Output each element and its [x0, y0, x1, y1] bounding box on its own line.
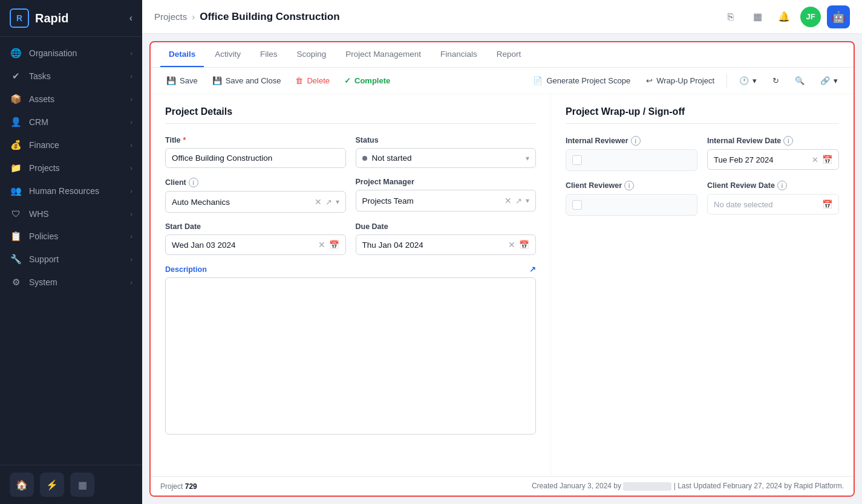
nav-chevron-assets: ›: [130, 95, 132, 103]
grid-view-icon[interactable]: ▦: [747, 7, 768, 27]
sidebar-item-system[interactable]: ⚙ System ›: [0, 271, 142, 294]
home-button[interactable]: 🏠: [10, 473, 34, 497]
pm-clear-icon[interactable]: ✕: [504, 196, 512, 205]
internal-reviewer-info-icon[interactable]: i: [631, 136, 641, 146]
sidebar-item-projects[interactable]: 📁 Projects ›: [0, 157, 142, 179]
complete-button[interactable]: ✓ Complete: [338, 73, 396, 89]
status-label: Status: [356, 136, 537, 144]
project-manager-select[interactable]: Projects Team ✕ ↗ ▾: [356, 190, 537, 212]
start-date-clear-icon[interactable]: ✕: [318, 240, 325, 250]
client-select[interactable]: Auto Mechanics ✕ ↗ ▾: [165, 191, 346, 213]
client-info-icon[interactable]: i: [189, 178, 198, 187]
form-grid: Title * Status Not started ▾: [165, 136, 536, 255]
grid-button[interactable]: ▦: [70, 473, 94, 497]
breadcrumb-separator: ›: [192, 11, 195, 22]
client-reviewer-field[interactable]: [566, 194, 697, 216]
internal-date-info-icon[interactable]: i: [783, 136, 793, 146]
save-icon: 💾: [166, 76, 176, 85]
client-reviewer-label: Client Reviewer i: [566, 181, 697, 190]
generate-scope-label: Generate Project Scope: [546, 76, 630, 85]
ai-assistant-button[interactable]: 🤖: [827, 5, 850, 28]
wrapup-icon: ↩: [646, 76, 653, 85]
due-date-calendar-icon[interactable]: 📅: [519, 240, 529, 250]
sidebar-item-finance[interactable]: 💰 Finance ›: [0, 134, 142, 157]
start-date-calendar-icon[interactable]: 📅: [329, 240, 339, 250]
internal-review-date-field[interactable]: Tue Feb 27 2024 ✕ 📅: [707, 149, 839, 170]
pm-chevron-icon[interactable]: ▾: [526, 196, 529, 205]
client-label: Client i: [165, 178, 346, 187]
start-date-field[interactable]: Wed Jan 03 2024 ✕ 📅: [165, 234, 346, 255]
save-close-label: Save and Close: [226, 76, 281, 85]
generate-scope-button[interactable]: 📄 Generate Project Scope: [527, 73, 636, 89]
client-link-icon[interactable]: ↗: [325, 198, 332, 207]
nav-icon-finance: 💰: [10, 140, 22, 150]
nav-label-tasks: Tasks: [29, 71, 123, 81]
nav-icon-assets: 📦: [10, 94, 22, 105]
toolbar-right: 📄 Generate Project Scope ↩ Wrap-Up Proje…: [527, 73, 844, 89]
save-button[interactable]: 💾 Save: [160, 73, 204, 89]
client-group: Client i Auto Mechanics ✕ ↗ ▾: [165, 178, 346, 213]
description-expand-icon[interactable]: ↗: [529, 265, 536, 274]
sidebar-item-assets[interactable]: 📦 Assets ›: [0, 88, 142, 111]
nav-icon-projects: 📁: [10, 163, 22, 173]
pm-link-icon[interactable]: ↗: [515, 196, 522, 205]
save-close-button[interactable]: 💾 Save and Close: [206, 73, 287, 89]
description-textarea[interactable]: [165, 277, 536, 435]
due-date-label: Due Date: [356, 222, 537, 231]
sidebar-item-whs[interactable]: 🛡 WHS ›: [0, 202, 142, 225]
refresh-button[interactable]: ↻: [766, 73, 785, 89]
sidebar-item-tasks[interactable]: ✔ Tasks ›: [0, 65, 142, 88]
client-reviewer-info-icon[interactable]: i: [624, 181, 634, 190]
due-date-group: Due Date Thu Jan 04 2024 ✕ 📅: [356, 222, 537, 255]
status-group: Status Not started ▾: [356, 136, 537, 168]
sidebar-logo[interactable]: R Rapid ‹: [0, 0, 142, 37]
refresh-icon: ↻: [772, 76, 779, 85]
sidebar-item-support[interactable]: 🔧 Support ›: [0, 248, 142, 271]
title-input[interactable]: [165, 148, 346, 168]
tab-details[interactable]: Details: [160, 42, 204, 67]
link-button[interactable]: 🔗 ▾: [814, 73, 844, 89]
delete-button[interactable]: 🗑 Delete: [289, 73, 336, 89]
bell-icon[interactable]: 🔔: [774, 7, 794, 27]
client-chevron-icon[interactable]: ▾: [336, 198, 339, 206]
updated-text: Last Updated February 27, 2024 by Rapid …: [678, 482, 844, 490]
nav-label-system: System: [29, 277, 123, 287]
due-date-field[interactable]: Thu Jan 04 2024 ✕ 📅: [356, 234, 537, 255]
tab-files[interactable]: Files: [252, 42, 286, 67]
graph-button[interactable]: ⚡: [40, 473, 64, 497]
nav-label-finance: Finance: [29, 140, 123, 150]
client-date-calendar-icon[interactable]: 📅: [822, 199, 832, 209]
tab-scoping[interactable]: Scoping: [289, 42, 335, 67]
tab-project-management[interactable]: Project Management: [337, 42, 429, 67]
client-clear-icon[interactable]: ✕: [315, 197, 322, 207]
client-date-info-icon[interactable]: i: [777, 181, 787, 190]
zoom-button[interactable]: 🔍: [789, 73, 811, 89]
client-reviewer-checkbox[interactable]: [572, 200, 582, 210]
due-date-clear-icon[interactable]: ✕: [508, 240, 515, 250]
tab-activity[interactable]: Activity: [206, 42, 249, 67]
internal-reviewer-checkbox[interactable]: [572, 155, 582, 165]
wrapup-button[interactable]: ↩ Wrap-Up Project: [640, 73, 720, 89]
title-label: Title *: [165, 136, 346, 144]
sidebar-collapse-button[interactable]: ‹: [129, 13, 132, 24]
internal-date-calendar-icon[interactable]: 📅: [822, 155, 832, 164]
tab-financials[interactable]: Financials: [432, 42, 486, 67]
internal-date-clear-icon[interactable]: ✕: [812, 155, 818, 164]
status-select[interactable]: Not started ▾: [356, 148, 537, 168]
client-review-date-field[interactable]: No date selected 📅: [707, 194, 839, 215]
complete-label: Complete: [354, 76, 390, 85]
copy-icon[interactable]: ⎘: [720, 7, 741, 27]
sidebar-item-human-resources[interactable]: 👥 Human Resources ›: [0, 179, 142, 202]
history-button[interactable]: 🕐 ▾: [733, 73, 763, 89]
nav-icon-support: 🔧: [10, 254, 22, 265]
tab-report[interactable]: Report: [488, 42, 530, 67]
nav-label-projects: Projects: [29, 163, 123, 173]
sidebar-item-crm[interactable]: 👤 CRM ›: [0, 111, 142, 134]
sidebar-item-organisation[interactable]: 🌐 Organisation ›: [0, 42, 142, 65]
breadcrumb-link[interactable]: Projects: [154, 11, 187, 22]
avatar[interactable]: JF: [800, 7, 821, 27]
sidebar-item-policies[interactable]: 📋 Policies ›: [0, 225, 142, 248]
history-chevron: ▾: [753, 76, 757, 85]
nav-icon-policies: 📋: [10, 231, 22, 242]
internal-reviewer-field[interactable]: [566, 149, 697, 171]
